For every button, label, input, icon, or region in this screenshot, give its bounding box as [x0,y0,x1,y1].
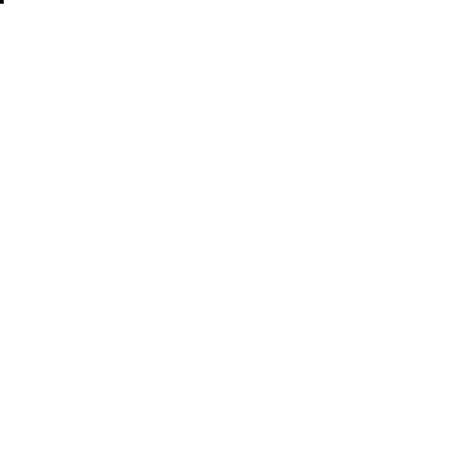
selection-border [0,0,4,4]
